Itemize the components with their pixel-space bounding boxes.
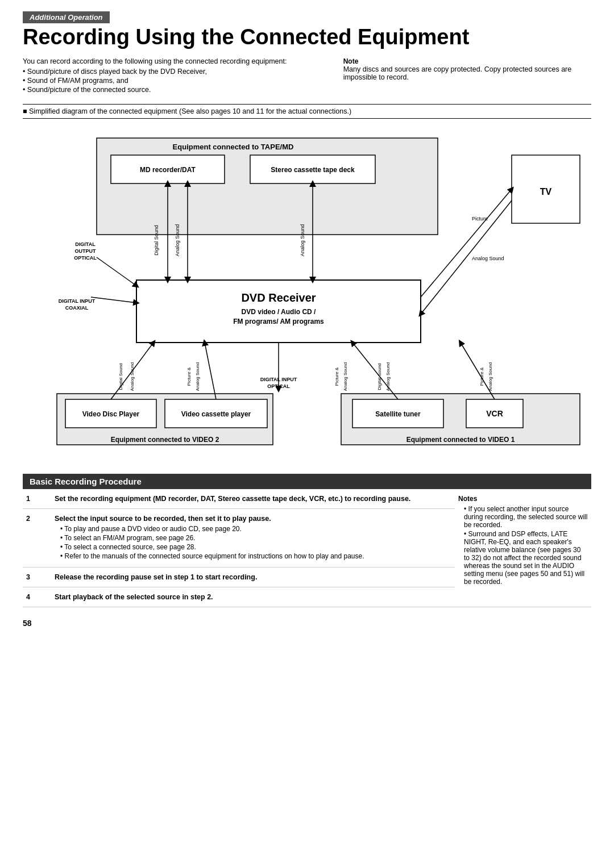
svg-text:Analog Sound: Analog Sound [130, 362, 135, 391]
step-text-4: Start playback of the selected source in… [55, 593, 213, 601]
table-row: 1 Set the recording equipment (MD record… [23, 489, 591, 509]
step-2-sub-4: Refer to the manuals of the connected so… [60, 552, 451, 560]
step-number-1: 1 [23, 489, 51, 509]
diagram-svg: Equipment connected to TAPE/MD MD record… [23, 127, 591, 456]
intro-bullet-1: Sound/picture of discs played back by th… [23, 68, 321, 76]
intro-bullet-2: Sound of FM/AM programs, and [23, 77, 321, 85]
svg-text:Digital Sound: Digital Sound [154, 225, 159, 256]
step-text-2: Select the input source to be recorded, … [55, 515, 271, 523]
svg-text:Picture: Picture [472, 216, 488, 222]
svg-text:COAXIAL: COAXIAL [65, 305, 89, 311]
svg-text:DIGITAL: DIGITAL [75, 241, 96, 247]
intro-bullet-3: Sound/picture of the connected source. [23, 86, 321, 94]
step-content-2: Select the input source to be recorded, … [51, 508, 455, 567]
svg-text:Video cassette player: Video cassette player [181, 410, 251, 418]
note-text: Many discs and sources are copy protecte… [343, 65, 591, 81]
svg-text:DVD Receiver: DVD Receiver [241, 291, 316, 304]
svg-text:Digital Sound: Digital Sound [118, 363, 123, 390]
svg-text:Analog Sound: Analog Sound [300, 224, 305, 257]
svg-text:Analog Sound: Analog Sound [195, 362, 200, 391]
diagram-container: Equipment connected to TAPE/MD MD record… [23, 127, 591, 458]
step-2-sub-1: To play and pause a DVD video or audio C… [60, 525, 451, 533]
svg-rect-0 [97, 138, 438, 235]
svg-text:DIGITAL INPUT: DIGITAL INPUT [59, 298, 96, 304]
svg-text:Analog Sound: Analog Sound [472, 256, 504, 261]
svg-text:FM programs/ AM programs: FM programs/ AM programs [233, 318, 324, 326]
intro-text: You can record according to the followin… [23, 57, 287, 65]
step-number-2: 2 [23, 508, 51, 567]
svg-line-55 [97, 257, 136, 286]
svg-text:Equipment connected to VIDEO 1: Equipment connected to VIDEO 1 [406, 436, 515, 444]
svg-text:Satellite tuner: Satellite tuner [375, 410, 421, 418]
intro-left: You can record according to the followin… [23, 57, 321, 95]
svg-text:MD recorder/DAT: MD recorder/DAT [140, 166, 196, 174]
page-number: 58 [23, 619, 591, 628]
svg-line-56 [91, 297, 136, 303]
svg-line-42 [205, 343, 216, 399]
svg-text:DVD video / Audio CD /: DVD video / Audio CD / [242, 308, 317, 316]
step-content-4: Start playback of the selected source in… [51, 587, 455, 607]
svg-line-43 [352, 343, 398, 399]
notes-column: Notes If you select another input source… [455, 489, 591, 607]
step-2-sub-2: To select an FM/AM program, see page 26. [60, 534, 451, 542]
intro-right: Note Many discs and sources are copy pro… [343, 57, 591, 95]
note-item-2: Surround and DSP effects, LATE NIGHT, Re… [464, 530, 588, 586]
svg-text:OUTPUT: OUTPUT [75, 248, 97, 254]
svg-text:Digital Sound: Digital Sound [377, 363, 382, 390]
svg-text:Analog Sound: Analog Sound [385, 362, 391, 391]
page-title: Recording Using the Connected Equipment [23, 26, 591, 49]
svg-text:Picture &: Picture & [334, 367, 339, 386]
intro-bullet-list: Sound/picture of discs played back by th… [23, 68, 321, 94]
step-content-1: Set the recording equipment (MD recorder… [51, 489, 455, 509]
svg-text:Analog Sound: Analog Sound [343, 362, 348, 391]
step-2-sub-3: To select a connected source, see page 2… [60, 543, 451, 551]
note-item-1: If you select another input source durin… [464, 505, 588, 529]
note-title: Note [343, 57, 591, 65]
svg-text:Equipment connected to VIDEO 2: Equipment connected to VIDEO 2 [111, 436, 219, 444]
step-content-3: Release the recording pause set in step … [51, 567, 455, 587]
step-text-3: Release the recording pause set in step … [55, 573, 257, 581]
svg-text:Picture &: Picture & [186, 367, 192, 386]
notes-list: If you select another input source durin… [458, 505, 588, 586]
svg-text:Equipment connected to TAPE/MD: Equipment connected to TAPE/MD [173, 143, 294, 151]
procedure-table: 1 Set the recording equipment (MD record… [23, 489, 591, 607]
section-header: Additional Operation [23, 11, 110, 23]
svg-text:Picture &: Picture & [479, 367, 484, 386]
notes-title: Notes [458, 495, 588, 503]
svg-text:Video Disc Player: Video Disc Player [82, 410, 140, 418]
svg-text:Analog Sound: Analog Sound [175, 224, 180, 257]
procedure-header: Basic Recording Procedure [23, 474, 591, 489]
svg-text:OPTICAL: OPTICAL [74, 255, 97, 261]
svg-text:Stereo cassette tape deck: Stereo cassette tape deck [271, 166, 355, 174]
simplified-note: ■ Simplified diagram of the connected eq… [23, 104, 591, 119]
step-text-1: Set the recording equipment (MD recorder… [55, 495, 410, 503]
svg-text:VCR: VCR [486, 409, 503, 418]
step-number-3: 3 [23, 567, 51, 587]
step-number-4: 4 [23, 587, 51, 607]
step-2-sublist: To play and pause a DVD video or audio C… [55, 525, 451, 560]
svg-text:Analog Sound: Analog Sound [488, 362, 493, 391]
svg-text:TV: TV [540, 187, 552, 197]
